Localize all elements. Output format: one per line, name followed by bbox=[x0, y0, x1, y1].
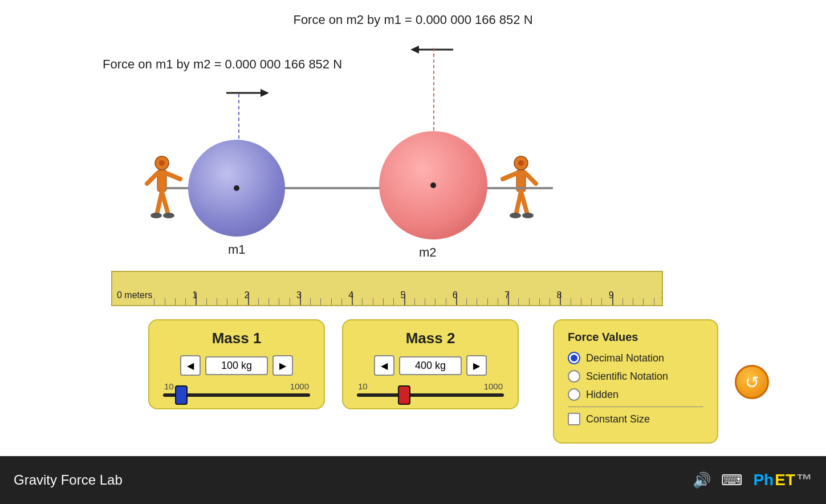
checkbox-constant-size[interactable] bbox=[568, 413, 580, 425]
svg-line-6 bbox=[166, 173, 180, 179]
svg-point-9 bbox=[150, 213, 162, 218]
mass2-range: 10 1000 bbox=[357, 381, 504, 391]
svg-point-20 bbox=[522, 213, 534, 218]
ruler-tick-minor-3-1 bbox=[258, 298, 259, 305]
ruler-tick-minor-3-4 bbox=[290, 298, 290, 305]
ruler-tick-minor-6-1 bbox=[414, 298, 415, 305]
radio-hidden[interactable] bbox=[568, 388, 580, 401]
label-m1: m1 bbox=[228, 242, 246, 257]
force-label-m1: Force on m1 by m2 = 0.000 000 166 852 N bbox=[103, 57, 342, 72]
force-values-title: Force Values bbox=[568, 331, 703, 344]
mass2-increase-button[interactable]: ▶ bbox=[466, 355, 487, 376]
checkbox-constant-size-row[interactable]: Constant Size bbox=[568, 413, 703, 425]
ruler-tick-minor-9-2 bbox=[581, 298, 581, 305]
svg-marker-1 bbox=[261, 89, 269, 97]
mass2-min: 10 bbox=[358, 381, 368, 391]
ruler-tick-minor-6-2 bbox=[425, 298, 425, 305]
ruler-tick-minor-3-3 bbox=[279, 298, 279, 305]
ruler-tick-minor-5-1 bbox=[362, 298, 363, 305]
ruler-tick-minor-2-1 bbox=[206, 298, 207, 305]
ruler-tick-minor-4-1 bbox=[310, 298, 311, 305]
controls-area: Mass 1 ◀ 100 kg ▶ 10 1000 Mass 2 ◀ 400 k… bbox=[148, 319, 718, 444]
sphere-m2[interactable] bbox=[379, 131, 487, 239]
mass1-title: Mass 1 bbox=[163, 330, 310, 347]
ruler-tick-minor-7-3 bbox=[487, 298, 488, 305]
ruler-tick-minor-5-4 bbox=[393, 298, 394, 305]
mass1-slider-track[interactable] bbox=[163, 393, 310, 397]
svg-line-7 bbox=[147, 173, 157, 184]
figure-left bbox=[141, 155, 182, 231]
ruler-tick-minor-5-2 bbox=[373, 298, 373, 305]
sound-icon[interactable]: 🔊 bbox=[693, 472, 711, 489]
ruler-label-7: 7 bbox=[504, 290, 510, 300]
ruler-tick-minor-10-1 bbox=[622, 298, 623, 305]
svg-point-21 bbox=[518, 160, 524, 166]
radio-decimal-inner bbox=[571, 355, 577, 361]
label-decimal-notation: Decimal Notation bbox=[586, 352, 664, 364]
mass1-slider-thumb[interactable] bbox=[175, 385, 188, 405]
mass2-value[interactable]: 400 kg bbox=[399, 356, 462, 375]
bottom-bar: Gravity Force Lab 🔊 ⌨ Ph ET ™ bbox=[0, 456, 826, 504]
ruler-tick-minor-9-4 bbox=[601, 298, 602, 305]
keyboard-icon[interactable]: ⌨ bbox=[721, 472, 743, 489]
ruler-tick-minor-4-4 bbox=[341, 298, 342, 305]
ruler-tick-minor-2-4 bbox=[237, 298, 238, 305]
ruler-tick-minor-9-1 bbox=[571, 298, 571, 305]
ruler-label-8: 8 bbox=[556, 290, 561, 300]
refresh-icon: ↺ bbox=[745, 372, 759, 392]
ruler-tick-minor-8-4 bbox=[550, 298, 550, 305]
ruler-tick-minor-8-3 bbox=[539, 298, 540, 305]
mass1-max: 1000 bbox=[290, 381, 309, 391]
radio-decimal[interactable] bbox=[568, 352, 580, 364]
sphere-m2-center-dot bbox=[430, 182, 436, 188]
ruler-tick-minor-4-2 bbox=[320, 298, 321, 305]
ruler-tick-minor-2-3 bbox=[227, 298, 227, 305]
label-constant-size: Constant Size bbox=[586, 413, 650, 425]
mass2-slider-track[interactable] bbox=[357, 393, 504, 397]
ruler-label-9: 9 bbox=[609, 290, 614, 300]
ruler-tick-minor-10-2 bbox=[633, 298, 633, 305]
ruler-tick-minor-2-2 bbox=[217, 298, 217, 305]
mass2-slider-thumb[interactable] bbox=[398, 385, 410, 405]
svg-line-15 bbox=[503, 173, 516, 179]
ruler-label-0: 0 meters bbox=[117, 290, 152, 300]
force-label-m2: Force on m2 by m1 = 0.000 000 166 852 N bbox=[293, 13, 532, 27]
mass2-input-row: ◀ 400 kg ▶ bbox=[357, 355, 504, 376]
ruler-tick-minor-7-4 bbox=[498, 298, 498, 305]
mass1-increase-button[interactable]: ▶ bbox=[272, 355, 293, 376]
svg-point-18 bbox=[510, 213, 521, 218]
ruler-tick-minor-1-2 bbox=[165, 298, 165, 305]
force-values-panel: Force Values Decimal Notation Scientific… bbox=[553, 319, 718, 444]
ruler-label-10: 10 bbox=[661, 290, 663, 300]
radio-scientific[interactable] bbox=[568, 370, 580, 383]
radio-scientific-row[interactable]: Scientific Notation bbox=[568, 370, 703, 383]
refresh-button[interactable]: ↺ bbox=[735, 365, 769, 399]
svg-line-19 bbox=[521, 192, 527, 212]
ruler-tick-minor-1-4 bbox=[185, 298, 186, 305]
ruler-tick-minor-8-1 bbox=[518, 298, 519, 305]
mass1-control: Mass 1 ◀ 100 kg ▶ 10 1000 bbox=[148, 319, 325, 409]
mass1-value[interactable]: 100 kg bbox=[205, 356, 268, 375]
phet-logo-e: ET bbox=[775, 471, 795, 489]
radio-hidden-row[interactable]: Hidden bbox=[568, 388, 703, 401]
ruler-label-1: 1 bbox=[192, 290, 197, 300]
radio-decimal-row[interactable]: Decimal Notation bbox=[568, 352, 703, 364]
dashed-line-m2 bbox=[433, 48, 434, 142]
divider bbox=[568, 407, 703, 407]
mass1-input-row: ◀ 100 kg ▶ bbox=[163, 355, 310, 376]
mass2-decrease-button[interactable]: ◀ bbox=[374, 355, 394, 376]
ruler-tick-minor-1-1 bbox=[154, 298, 154, 305]
sphere-m1-center-dot bbox=[234, 185, 239, 191]
ruler-tick-minor-9-3 bbox=[591, 298, 592, 305]
ruler-tick-minor-7-1 bbox=[466, 298, 467, 305]
ruler-label-3: 3 bbox=[296, 290, 302, 300]
ruler-tick-minor-10-4 bbox=[654, 298, 654, 305]
ruler-label-4: 4 bbox=[348, 290, 353, 300]
sphere-m1[interactable] bbox=[188, 140, 285, 237]
svg-point-11 bbox=[163, 213, 174, 218]
ruler-tick-minor-4-3 bbox=[331, 298, 332, 305]
mass1-decrease-button[interactable]: ◀ bbox=[180, 355, 201, 376]
ruler-tick-minor-6-3 bbox=[435, 298, 436, 305]
app-title: Gravity Force Lab bbox=[14, 472, 123, 488]
ruler-label-5: 5 bbox=[401, 290, 406, 300]
